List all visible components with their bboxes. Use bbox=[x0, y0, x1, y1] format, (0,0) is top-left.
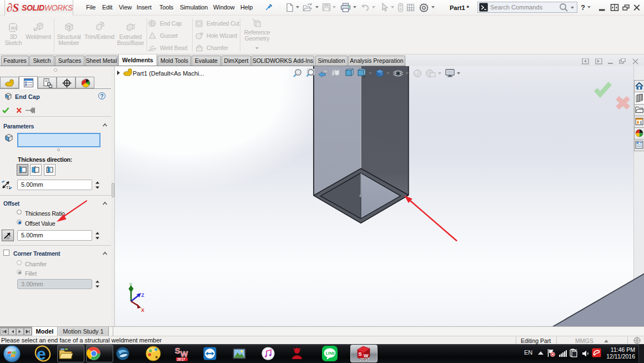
svg-text:∂S: ∂S bbox=[7, 1, 19, 14]
svg-text:3D: 3D bbox=[11, 26, 16, 31]
svg-text:LINE: LINE bbox=[326, 351, 335, 356]
svg-text:2017: 2017 bbox=[177, 357, 185, 361]
svg-text:T1: T1 bbox=[6, 186, 11, 190]
svg-text:S: S bbox=[359, 351, 362, 357]
svg-text:Z: Z bbox=[142, 292, 144, 298]
svg-text:2017: 2017 bbox=[360, 357, 370, 361]
svg-text:SOLID: SOLID bbox=[22, 3, 44, 12]
svg-text:S: S bbox=[175, 346, 180, 355]
svg-text:WORKS: WORKS bbox=[44, 3, 73, 12]
svg-text:X: X bbox=[141, 307, 144, 312]
